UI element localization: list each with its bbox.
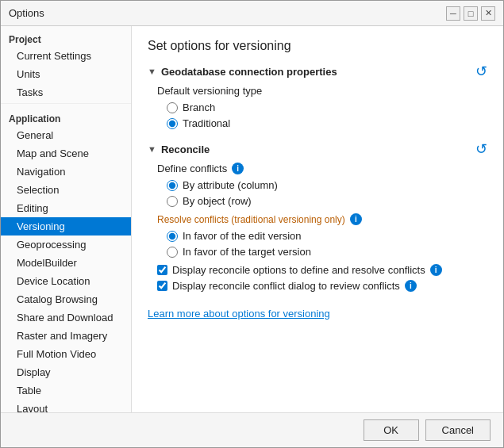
radio-by-object-input[interactable] bbox=[167, 196, 178, 207]
sidebar-item-modelbuilder[interactable]: ModelBuilder bbox=[1, 254, 131, 272]
sidebar-item-share-and-download[interactable]: Share and Download bbox=[1, 308, 131, 327]
radio-branch-input[interactable] bbox=[167, 102, 178, 113]
checkbox-display-reconcile-dialog[interactable]: Display reconcile conflict dialog to rev… bbox=[157, 280, 487, 292]
close-button[interactable]: ✕ bbox=[481, 6, 495, 21]
sidebar-group-project: Project bbox=[1, 29, 131, 47]
default-versioning-type-label: Default versioning type bbox=[157, 85, 487, 97]
cancel-button[interactable]: Cancel bbox=[425, 419, 491, 441]
dialog-body: Project Current Settings Units Tasks App… bbox=[1, 26, 503, 412]
sidebar-item-catalog-browsing[interactable]: Catalog Browsing bbox=[1, 290, 131, 308]
radio-traditional-input[interactable] bbox=[167, 118, 178, 129]
sidebar-item-units[interactable]: Units bbox=[1, 65, 131, 83]
sidebar-item-full-motion-video[interactable]: Full Motion Video bbox=[1, 345, 131, 363]
radio-favor-edit-label: In favor of the edit version bbox=[183, 230, 302, 242]
main-content: Set options for versioning ▼ Geodatabase… bbox=[132, 26, 503, 412]
sidebar-item-device-location[interactable]: Device Location bbox=[1, 272, 131, 290]
sidebar-item-tasks[interactable]: Tasks bbox=[1, 83, 131, 101]
define-conflicts-info-icon[interactable]: i bbox=[232, 163, 244, 174]
radio-favor-target-input[interactable] bbox=[167, 247, 178, 258]
display-reconcile-options-info-icon[interactable]: i bbox=[430, 264, 442, 276]
options-dialog: Options ─ □ ✕ Project Current Settings U… bbox=[0, 0, 504, 448]
radio-traditional[interactable]: Traditional bbox=[167, 117, 487, 129]
maximize-button[interactable]: □ bbox=[464, 6, 478, 21]
minimize-button[interactable]: ─ bbox=[446, 6, 460, 21]
sidebar: Project Current Settings Units Tasks App… bbox=[1, 26, 132, 412]
radio-favor-target[interactable]: In favor of the target version bbox=[167, 246, 487, 258]
define-conflicts-label: Define conflicts bbox=[157, 163, 227, 174]
learn-more-link[interactable]: Learn more about options for versioning bbox=[148, 308, 487, 320]
sidebar-item-selection[interactable]: Selection bbox=[1, 181, 131, 199]
title-bar: Options ─ □ ✕ bbox=[1, 1, 503, 26]
collapse-arrow-geodatabase[interactable]: ▼ bbox=[148, 67, 156, 76]
radio-traditional-label: Traditional bbox=[183, 117, 230, 129]
resolve-conflicts-label: Resolve conflicts (traditional versionin… bbox=[157, 214, 345, 225]
sidebar-item-layout[interactable]: Layout bbox=[1, 400, 131, 412]
checkbox-display-reconcile-dialog-label: Display reconcile conflict dialog to rev… bbox=[172, 280, 400, 292]
radio-by-attribute-input[interactable] bbox=[167, 180, 178, 191]
sidebar-item-table[interactable]: Table bbox=[1, 381, 131, 400]
checkbox-display-reconcile-dialog-input[interactable] bbox=[157, 281, 167, 291]
radio-group-versioning-type: Branch Traditional bbox=[167, 101, 487, 129]
radio-favor-target-label: In favor of the target version bbox=[183, 246, 311, 258]
display-reconcile-dialog-info-icon[interactable]: i bbox=[405, 280, 417, 292]
checkbox-display-reconcile-options[interactable]: Display reconcile options to define and … bbox=[157, 264, 487, 276]
title-controls: ─ □ ✕ bbox=[446, 6, 495, 21]
radio-by-object[interactable]: By object (row) bbox=[167, 195, 487, 207]
ok-button[interactable]: OK bbox=[364, 419, 419, 441]
radio-branch-label: Branch bbox=[183, 101, 215, 113]
section-body-geodatabase: Default versioning type Branch Tradition… bbox=[148, 85, 487, 129]
resolve-conflicts-info-icon[interactable]: i bbox=[350, 213, 362, 225]
radio-by-attribute-label: By attribute (column) bbox=[183, 179, 278, 191]
sidebar-item-editing[interactable]: Editing bbox=[1, 199, 131, 217]
section-geodatabase: ▼ Geodatabase connection properties ↺ De… bbox=[148, 64, 487, 129]
collapse-arrow-reconcile[interactable]: ▼ bbox=[148, 144, 156, 154]
sidebar-group-application: Application bbox=[1, 109, 131, 126]
radio-favor-edit[interactable]: In favor of the edit version bbox=[167, 230, 487, 242]
checkbox-display-reconcile-options-input[interactable] bbox=[157, 265, 167, 275]
reset-reconcile-button[interactable]: ↺ bbox=[475, 142, 487, 156]
sidebar-item-current-settings[interactable]: Current Settings bbox=[1, 47, 131, 65]
section-title-geodatabase: ▼ Geodatabase connection properties bbox=[148, 66, 337, 78]
dialog-footer: OK Cancel bbox=[1, 412, 503, 447]
radio-group-resolve-conflicts: In favor of the edit version In favor of… bbox=[167, 230, 487, 258]
sidebar-item-geoprocessing[interactable]: Geoprocessing bbox=[1, 235, 131, 254]
radio-by-attribute[interactable]: By attribute (column) bbox=[167, 179, 487, 191]
section-reconcile: ▼ Reconcile ↺ Define conflicts i By att bbox=[148, 142, 487, 292]
section-title-reconcile: ▼ Reconcile bbox=[148, 144, 210, 155]
radio-favor-edit-input[interactable] bbox=[167, 231, 178, 242]
sidebar-item-general[interactable]: General bbox=[1, 126, 131, 144]
reset-geodatabase-button[interactable]: ↺ bbox=[475, 64, 487, 78]
radio-by-object-label: By object (row) bbox=[183, 195, 252, 207]
section-header-reconcile: ▼ Reconcile ↺ bbox=[148, 142, 487, 156]
sidebar-item-map-and-scene[interactable]: Map and Scene bbox=[1, 144, 131, 163]
sidebar-item-navigation[interactable]: Navigation bbox=[1, 163, 131, 181]
sidebar-item-raster-and-imagery[interactable]: Raster and Imagery bbox=[1, 327, 131, 345]
radio-group-define-conflicts: By attribute (column) By object (row) bbox=[167, 179, 487, 207]
checkbox-display-reconcile-options-label: Display reconcile options to define and … bbox=[172, 264, 425, 276]
sidebar-item-display[interactable]: Display bbox=[1, 363, 131, 381]
section-header-geodatabase: ▼ Geodatabase connection properties ↺ bbox=[148, 64, 487, 78]
page-title: Set options for versioning bbox=[148, 39, 487, 53]
radio-branch[interactable]: Branch bbox=[167, 101, 487, 113]
dialog-title: Options bbox=[9, 7, 44, 19]
sidebar-item-versioning[interactable]: Versioning bbox=[1, 217, 131, 235]
section-body-reconcile: Define conflicts i By attribute (column)… bbox=[148, 163, 487, 292]
